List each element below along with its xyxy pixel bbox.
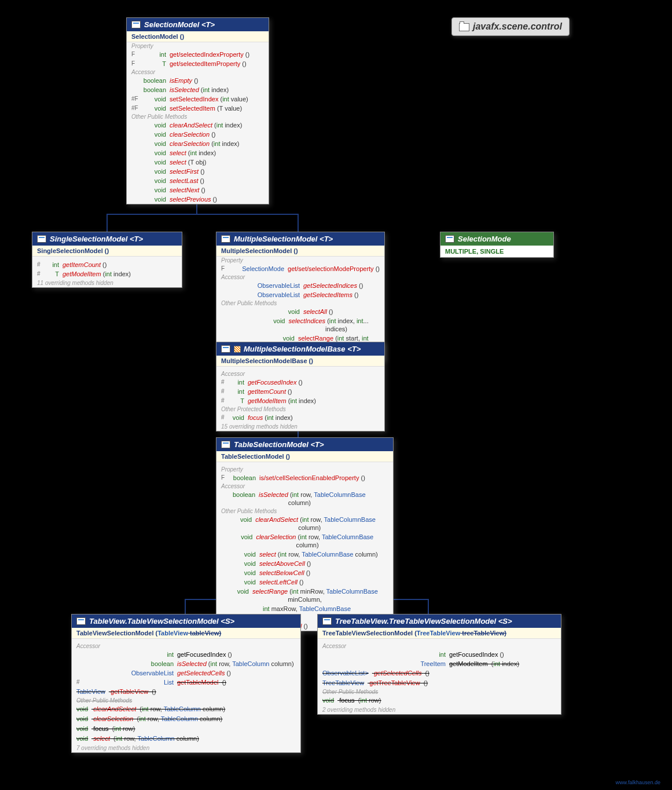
member-row: F boolean is/set/cellSelectionEnabledPro… [216, 473, 393, 482]
footer-link[interactable]: www.falkhausen.de [615, 780, 660, 785]
enum-selectionmode: SelectionMode MULTIPLE, SINGLE [440, 232, 554, 258]
section-header: Accessor [216, 370, 384, 378]
member-row: boolean isSelected (int row, TableColumn… [72, 659, 300, 668]
member-row: void selectIndices (int index, int... in… [216, 316, 384, 334]
class-tableviewselectionmodel: TableView.TableViewSelectionModel <S> Ta… [71, 614, 301, 753]
member-row: int getFocusedIndex () [72, 650, 300, 659]
member-row: boolean isSelected (int row, TableColumn… [216, 490, 393, 507]
section-header: Other Public Methods [127, 113, 269, 120]
member-row: void focus (int row) [318, 696, 561, 705]
section-header: Property [216, 466, 393, 473]
constructor: TableViewSelectionModel (TableView table… [72, 628, 300, 639]
member-row: void selectRange (int minRow, TableColum… [216, 587, 393, 604]
constructor: SelectionModel () [127, 31, 269, 42]
member-row: # int getFocusedIndex () [216, 378, 384, 387]
class-icon [322, 617, 332, 625]
class-header: TreeTableView.TreeTableViewSelectionMode… [318, 615, 561, 628]
member-row: TreeTableView getTreeTableView () [318, 678, 561, 688]
member-row: void clearSelection (int index) [127, 139, 269, 148]
member-row: void clearSelection (int row, TableColum… [216, 532, 393, 550]
section-header: Property [127, 42, 269, 50]
member-row: # int getItemCount () [216, 387, 384, 396]
member-row: void selectFirst () [127, 167, 269, 176]
section-header: Other Public Methods [72, 697, 300, 704]
member-row: ObservableList getSelectedItems () [216, 290, 384, 299]
class-icon [221, 441, 230, 448]
member-row: void selectNext () [127, 185, 269, 195]
class-multipleselectionmodel: MultipleSelectionModel <T> MultipleSelec… [216, 232, 385, 360]
enum-icon [445, 235, 454, 243]
member-row: void selectAboveCell () [216, 559, 393, 568]
constructor: SingleSelectionModel () [32, 246, 182, 257]
member-row: void selectLast () [127, 176, 269, 185]
member-row: ObservableList> getSelectedCells () [318, 668, 561, 678]
member-row: TableView getTableView () [72, 687, 300, 697]
member-row: F T get/selectedItemProperty () [127, 59, 269, 68]
member-row: void select (int row, TableColumn column… [72, 734, 300, 744]
member-row: void selectLeftCell () [216, 577, 393, 587]
section-header: Accessor [216, 482, 393, 490]
member-row: # T getModelItem (int index) [216, 396, 384, 405]
member-row: # List getTableModel () [72, 678, 300, 687]
hidden-note: 2 overriding methods hidden [318, 705, 561, 714]
class-header: SingleSelectionModel <T> [32, 232, 182, 246]
hidden-note: 15 overriding methods hidden [216, 422, 384, 431]
constructor: MultipleSelectionModelBase () [216, 356, 384, 367]
package-private-icon [234, 346, 241, 353]
member-row: void select (int row, TableColumnBase co… [216, 550, 393, 559]
member-row: int getFocusedIndex () [318, 650, 561, 659]
class-icon [131, 21, 141, 28]
member-row: ObservableList getSelectedCells () [72, 668, 300, 678]
class-selectionmodel: SelectionModel <T> SelectionModel () Pro… [126, 17, 269, 204]
member-row: void clearSelection (int row, TableColum… [72, 714, 300, 724]
class-icon [37, 235, 46, 243]
member-row: # int getItemCount () [32, 260, 182, 269]
class-icon [76, 617, 86, 625]
section-header: Other Public Methods [216, 507, 393, 515]
class-header: TableView.TableViewSelectionModel <S> [72, 615, 300, 628]
section-header: Other Protected Methods [216, 405, 384, 413]
member-row: void selectPrevious () [127, 195, 269, 204]
member-row: void clearAndSelect (int row, TableColum… [72, 704, 300, 714]
constructor: MultipleSelectionModel () [216, 246, 384, 257]
section-header: Accessor [216, 273, 384, 281]
member-row: void select (T obj) [127, 158, 269, 167]
member-row: void clearAndSelect (int index) [127, 120, 269, 130]
member-row: void focus (int row) [72, 724, 300, 734]
class-singleselectionmodel: SingleSelectionModel <T> SingleSelection… [32, 232, 182, 288]
member-row: boolean isSelected (int index) [127, 85, 269, 94]
section-header: Accessor [127, 68, 269, 76]
hidden-note: 7 overriding methods hidden [72, 744, 300, 752]
member-row: void selectAll () [216, 307, 384, 316]
member-row: void selectBelowCell () [216, 568, 393, 577]
section-header: Other Public Methods [318, 688, 561, 696]
section-header: Other Public Methods [216, 299, 384, 307]
class-header: TableSelectionModel <T> [216, 438, 393, 451]
member-row: F int get/selectedIndexProperty () [127, 50, 269, 59]
member-row: void select (int index) [127, 148, 269, 158]
section-header: Property [216, 257, 384, 264]
member-row: #F void setSelectedItem (T value) [127, 104, 269, 113]
constructor: TreeTableViewSelectionModel (TreeTableVi… [318, 628, 561, 639]
enum-values: MULTIPLE, SINGLE [440, 246, 553, 257]
class-icon [221, 235, 230, 243]
member-row: void clearAndSelect (int row, TableColum… [216, 515, 393, 532]
class-icon [221, 345, 230, 353]
class-header: SelectionModel <T> [127, 18, 269, 31]
member-row: F SelectionMode get/set/selectionModePro… [216, 264, 384, 273]
package-icon [459, 23, 469, 31]
section-header: Accessor [318, 642, 561, 650]
member-row: # void focus (int index) [216, 413, 384, 422]
class-treetableviewselectionmodel: TreeTableView.TreeTableViewSelectionMode… [317, 614, 561, 715]
class-header: MultipleSelectionModel <T> [216, 232, 384, 246]
class-tableselectionmodel: TableSelectionModel <T> TableSelectionMo… [216, 437, 394, 631]
constructor: TableSelectionModel () [216, 451, 393, 462]
class-multipleselectionmodelbase: MultipleSelectionModelBase <T> MultipleS… [216, 342, 385, 431]
member-row: # T getModelItem (int index) [32, 269, 182, 279]
class-header: MultipleSelectionModelBase <T> [216, 342, 384, 356]
member-row: ObservableList getSelectedIndices () [216, 281, 384, 290]
hidden-note: 11 overriding methods hidden [32, 279, 182, 287]
member-row: boolean isEmpty () [127, 76, 269, 85]
section-header: Accessor [72, 642, 300, 650]
member-row: TreeItem getModelItem (int index) [318, 659, 561, 668]
